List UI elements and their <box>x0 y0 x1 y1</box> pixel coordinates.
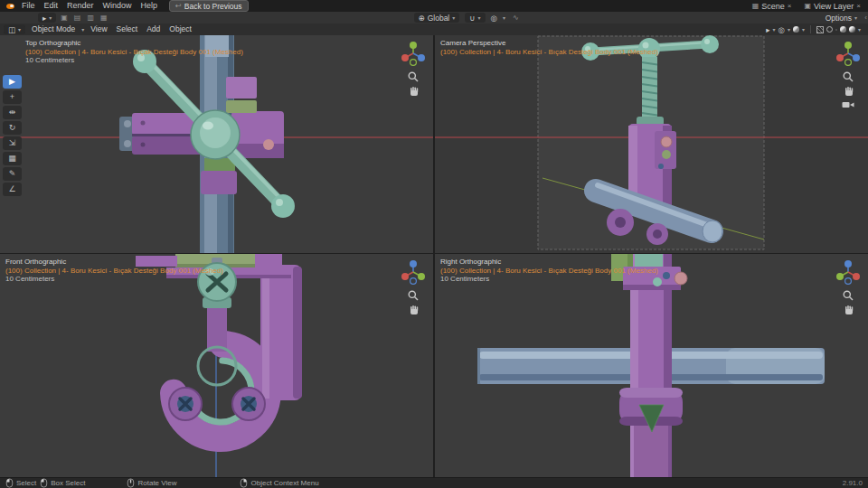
zoom-icon[interactable] <box>843 290 854 301</box>
chevron-down-icon: ▾ <box>858 26 861 33</box>
orientation-value: Global <box>428 14 450 23</box>
tool-option-icon-4[interactable]: ▦ <box>99 14 109 22</box>
menu-edit[interactable]: Edit <box>40 0 63 12</box>
editor-type-icon: ◫ <box>8 25 15 34</box>
falloff-icon[interactable]: ∿ <box>511 14 521 22</box>
viewport-header: ◫ ▾ Object Mode ▾ View Select Add Object… <box>0 23 868 35</box>
camera-view-scene <box>435 35 868 253</box>
zoom-icon[interactable] <box>408 71 419 82</box>
tool-option-icon-3[interactable]: ▥ <box>85 14 96 22</box>
selectability-filter-icon[interactable]: ▸ <box>766 25 769 34</box>
active-object-breadcrumb: (100) Collection | 4- Boru Kesici - Bıça… <box>5 267 223 276</box>
hint-box-select: Box Select <box>40 478 85 488</box>
globe-icon: ⊕ <box>419 14 425 23</box>
viewport-top-left[interactable]: Top Orthographic (100) Collection | 4- B… <box>0 35 433 253</box>
hint-select: Select <box>5 478 36 488</box>
scene-name: Scene <box>761 2 785 11</box>
viewport-bottom-left[interactable]: Front Orthographic (100) Collection | 4-… <box>0 254 433 477</box>
menu-file[interactable]: File <box>17 0 40 12</box>
roller-screw-left <box>169 388 202 420</box>
chevron-down-icon: ▾ <box>503 14 505 21</box>
zoom-icon[interactable] <box>408 290 419 301</box>
back-to-previous-button[interactable]: ↩ Back to Previous <box>169 0 248 12</box>
viewport-title: Front Orthographic <box>5 258 223 267</box>
viewport-nav-controls <box>398 39 429 97</box>
axis-gizmo[interactable] <box>399 258 428 286</box>
options-region: Options ▾ <box>826 14 864 23</box>
region-toggle-icon[interactable]: ‹ <box>864 14 867 22</box>
view-layer-selector[interactable]: ▣ View Layer × <box>804 2 861 11</box>
active-object-breadcrumb: (100) Collection | 4- Boru Kesici - Bıça… <box>440 267 658 276</box>
axis-gizmo[interactable] <box>399 39 428 68</box>
menu-window[interactable]: Window <box>99 0 137 12</box>
chevron-down-icon: ▾ <box>802 26 805 33</box>
shading-rendered-icon[interactable] <box>849 26 855 33</box>
proportional-editing-icon[interactable]: ◎ <box>491 14 497 23</box>
tool-option-icon-2[interactable]: ▤ <box>72 14 83 22</box>
grid-scale-label: 10 Centimeters <box>5 275 223 284</box>
measure-tool-button[interactable]: ∠ <box>3 183 22 196</box>
view-layer-name: View Layer <box>814 2 854 11</box>
snap-dropdown[interactable]: ∪ ▾ <box>465 13 485 23</box>
blender-logo-icon[interactable] <box>5 1 15 11</box>
shading-solid-active[interactable] <box>835 29 837 31</box>
viewport-menus: View Select Add Object <box>86 23 196 35</box>
scale-tool-button[interactable]: ⇲ <box>3 136 22 150</box>
front-view-scene <box>0 254 433 477</box>
zoom-icon[interactable] <box>843 71 854 82</box>
menu-object[interactable]: Object <box>165 23 196 35</box>
transform-orientation-dropdown[interactable]: ⊕ Global ▾ <box>414 13 460 23</box>
status-bar: Select Box Select Rotate View Object Con… <box>0 477 868 488</box>
shading-material-icon[interactable] <box>840 26 846 33</box>
axis-gizmo[interactable] <box>834 39 863 68</box>
axis-gizmo[interactable] <box>834 258 863 286</box>
tool-option-icon-1[interactable]: ▣ <box>59 14 70 22</box>
menu-help[interactable]: Help <box>137 0 163 12</box>
shading-wireframe-icon[interactable] <box>826 26 833 33</box>
left-mouse-icon <box>5 478 14 488</box>
gizmos-toggle-icon[interactable]: ◎ <box>778 25 785 34</box>
xray-toggle-icon[interactable] <box>816 26 824 33</box>
viewport-top-right[interactable]: Camera Perspective (100) Collection | 4-… <box>435 35 868 253</box>
camera-view-icon[interactable] <box>842 100 854 109</box>
overlays-toggle-icon[interactable] <box>793 26 799 33</box>
viewport-nav-controls <box>398 258 429 315</box>
view-layer-unlink-icon[interactable]: × <box>856 2 861 10</box>
active-tool-dropdown[interactable]: ▸ ▾ <box>38 13 56 23</box>
transform-tool-button[interactable]: ▦ <box>3 152 22 165</box>
pan-hand-icon[interactable] <box>843 305 854 315</box>
viewport-title: Camera Perspective <box>440 39 658 48</box>
cursor-tool-button[interactable]: + <box>3 90 22 104</box>
transform-snap-region: ⊕ Global ▾ ∪ ▾ ◎ ▾ ∿ <box>414 13 521 23</box>
options-dropdown[interactable]: Options <box>826 14 852 23</box>
hint-rotate-view-label: Rotate View <box>137 479 176 487</box>
scene-selector[interactable]: ▦ Scene × <box>752 2 792 11</box>
mode-dropdown[interactable]: Object Mode <box>27 23 80 35</box>
pan-hand-icon[interactable] <box>408 86 419 97</box>
viewport-nav-controls <box>833 39 863 109</box>
grid-scale-label: 10 Centimeters <box>440 275 658 284</box>
menu-select[interactable]: Select <box>112 23 143 35</box>
rotate-tool-button[interactable]: ↻ <box>3 121 22 135</box>
menu-render[interactable]: Render <box>62 0 99 12</box>
pan-hand-icon[interactable] <box>408 305 419 315</box>
toolbar: ▶ + ⇹ ↻ ⇲ ▦ ✎ ∠ <box>3 75 22 196</box>
menu-add[interactable]: Add <box>142 23 165 35</box>
middle-mouse-icon <box>127 478 135 488</box>
viewport-info: Top Orthographic (100) Collection | 4- B… <box>25 39 243 65</box>
pan-hand-icon[interactable] <box>843 86 854 97</box>
viewport-info: Right Orthographic (100) Collection | 4-… <box>440 258 658 284</box>
grid-scale-label: 10 Centimeters <box>25 56 243 65</box>
right-view-scene <box>435 254 868 477</box>
top-view-scene <box>0 35 433 253</box>
chevron-down-icon: ▾ <box>18 26 21 33</box>
scene-unlink-icon[interactable]: × <box>788 2 792 10</box>
viewport-info: Camera Perspective (100) Collection | 4-… <box>440 39 658 56</box>
viewport-bottom-right[interactable]: Right Orthographic (100) Collection | 4-… <box>435 254 868 477</box>
annotate-tool-button[interactable]: ✎ <box>3 167 22 181</box>
menu-view[interactable]: View <box>86 23 111 35</box>
viewport-header-left: ◫ ▾ Object Mode ▾ View Select Add Object <box>4 23 196 35</box>
editor-type-dropdown[interactable]: ◫ ▾ <box>4 24 25 34</box>
tweak-tool-button[interactable]: ▶ <box>3 75 22 89</box>
move-tool-button[interactable]: ⇹ <box>3 106 22 119</box>
